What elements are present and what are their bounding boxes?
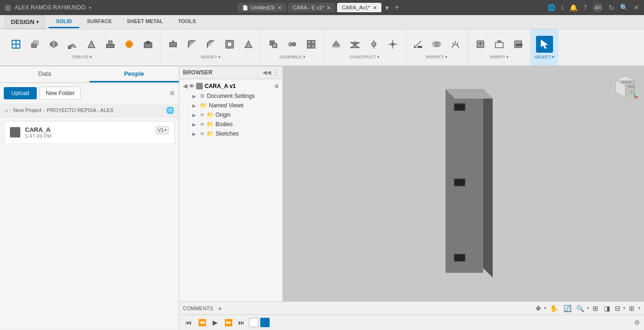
- skip-start-button[interactable]: ⏮: [183, 317, 194, 328]
- loft-button[interactable]: [83, 36, 100, 53]
- eye-bodies[interactable]: 👁: [200, 122, 205, 127]
- create-dropdown-icon[interactable]: ▾: [90, 55, 92, 59]
- inspect-dropdown-icon[interactable]: ▾: [445, 55, 447, 59]
- collapse-root-icon[interactable]: ◀: [183, 83, 187, 89]
- tab-solid[interactable]: SOLID: [49, 16, 80, 28]
- next-button[interactable]: ⏩: [223, 317, 234, 328]
- breadcrumb-project-name[interactable]: PROYECTO REPISA - ALEX: [47, 107, 114, 113]
- sweep-button[interactable]: [64, 36, 81, 53]
- hole-button[interactable]: [140, 36, 157, 53]
- online-icon[interactable]: 🌐: [547, 4, 555, 11]
- tab-people[interactable]: People: [90, 66, 179, 82]
- tree-root-item[interactable]: ◀ 👁 CARA_A v1 ⚙: [181, 81, 281, 91]
- tab-tools[interactable]: TOOLS: [171, 16, 204, 28]
- user-avatar[interactable]: AR: [593, 2, 603, 13]
- display-icon[interactable]: ◨: [604, 305, 610, 312]
- insert-decal-button[interactable]: [491, 36, 508, 53]
- interference-button[interactable]: [428, 36, 445, 53]
- user-dropdown-icon[interactable]: ▾: [89, 5, 91, 10]
- arrow-sketches[interactable]: ▶: [192, 131, 198, 137]
- canvas-area[interactable]: RIGHT AXIS X Z: [283, 66, 644, 301]
- fillet-button[interactable]: [183, 36, 200, 53]
- tab-untitled3[interactable]: 📄 Untitled(3) ✕: [238, 3, 286, 12]
- close-tab-untitled3[interactable]: ✕: [278, 5, 281, 10]
- tree-item-doc-settings[interactable]: ▶ ⚙ Document Settings: [181, 91, 281, 101]
- design-button[interactable]: DESIGN ▾: [5, 15, 45, 29]
- tree-item-bodies[interactable]: ▶ 👁 📁 Bodies: [181, 120, 281, 129]
- app-grid-icon[interactable]: ⊞: [5, 3, 11, 12]
- new-component-button[interactable]: [265, 36, 282, 53]
- globe-icon[interactable]: 🌐: [166, 106, 174, 114]
- tab-surface[interactable]: SURFACE: [79, 16, 119, 28]
- zoom-dropdown-icon[interactable]: ▾: [587, 306, 589, 310]
- new-folder-button[interactable]: New Folder: [40, 87, 81, 100]
- add-comment-icon[interactable]: +: [218, 305, 222, 312]
- arrow-named-views[interactable]: ▶: [192, 103, 198, 108]
- press-pull-button[interactable]: [165, 36, 182, 53]
- prev-button[interactable]: ⏪: [196, 317, 207, 328]
- tree-item-origin[interactable]: ▶ 👁 📁 Origin: [181, 110, 281, 120]
- draft-button[interactable]: [240, 36, 257, 53]
- list-item[interactable]: CARA_A 5:47:49 PM V1 ▾: [4, 121, 175, 144]
- rigid-group-button[interactable]: [303, 36, 320, 53]
- offset-plane-button[interactable]: [328, 36, 345, 53]
- settings-icon[interactable]: ⚙: [170, 90, 175, 97]
- insert-derive-button[interactable]: [472, 36, 489, 53]
- point-button[interactable]: [384, 36, 401, 53]
- hand-icon[interactable]: ✋: [550, 305, 558, 312]
- file-version-badge[interactable]: V1 ▾: [156, 126, 169, 134]
- arrow-origin[interactable]: ▶: [192, 113, 198, 118]
- modify-dropdown-icon[interactable]: ▾: [218, 55, 221, 59]
- browser-menu-icon[interactable]: ⋮: [273, 69, 279, 76]
- chamfer-button[interactable]: [202, 36, 219, 53]
- search-icon[interactable]: 🔍: [620, 4, 628, 11]
- create-sketch-button[interactable]: [8, 36, 25, 53]
- insert-svg-button[interactable]: SVG: [510, 36, 527, 53]
- tab-cara-e[interactable]: CARA - E v1* ✕: [288, 3, 335, 12]
- skip-end-button[interactable]: ⏭: [236, 317, 247, 328]
- select-dropdown-icon[interactable]: ▾: [552, 55, 554, 59]
- eye-sketches[interactable]: 👁: [200, 131, 205, 137]
- assemble-dropdown-icon[interactable]: ▾: [303, 55, 305, 59]
- grid-view-icon[interactable]: ⊞: [593, 305, 598, 312]
- eye-root-icon[interactable]: 👁: [189, 83, 194, 89]
- revolve-button[interactable]: [45, 36, 62, 53]
- dropdown-pan-icon[interactable]: ▾: [544, 306, 546, 310]
- close-tab-cara-a[interactable]: ✕: [373, 5, 377, 10]
- tab-data[interactable]: Data: [0, 66, 90, 82]
- shell-button[interactable]: [221, 36, 238, 53]
- refresh-icon[interactable]: ↻: [609, 4, 614, 11]
- display2-dropdown-icon[interactable]: ▾: [623, 306, 625, 310]
- collapse-bar-icon[interactable]: ⊞: [629, 305, 635, 312]
- view-cube[interactable]: RIGHT AXIS X Z: [611, 71, 639, 99]
- root-settings-icon[interactable]: ⚙: [274, 84, 279, 89]
- tree-item-sketches[interactable]: ▶ 👁 📁 Sketches: [181, 129, 281, 138]
- footer-settings-icon[interactable]: ⚙: [634, 319, 640, 326]
- zoom-icon[interactable]: 🔍: [576, 305, 584, 312]
- arrow-bodies[interactable]: ▶: [192, 122, 198, 127]
- tab-dropdown-icon[interactable]: ▾: [383, 3, 391, 12]
- collapse-browser-icon[interactable]: ◀◀: [263, 69, 271, 76]
- construct-dropdown-icon[interactable]: ▾: [377, 55, 380, 59]
- close-tab-cara-e[interactable]: ✕: [327, 5, 330, 10]
- home-breadcrumb[interactable]: ⌂: [5, 107, 8, 113]
- tab-cara-a[interactable]: CARA_Av1* ✕: [337, 3, 381, 12]
- play-button[interactable]: ▶: [209, 317, 221, 328]
- tree-item-named-views[interactable]: ▶ 📁 Named Views: [181, 101, 281, 110]
- axis-through-button[interactable]: [365, 36, 382, 53]
- extrude-button[interactable]: [26, 36, 43, 53]
- help-icon[interactable]: ?: [583, 4, 587, 11]
- select-button[interactable]: [536, 36, 553, 53]
- rib-button[interactable]: [102, 36, 119, 53]
- pan-icon[interactable]: ✥: [536, 305, 541, 312]
- upload-button[interactable]: Upload: [4, 87, 37, 99]
- collapse-bar-dropdown-icon[interactable]: ▾: [638, 306, 640, 310]
- insert-dropdown-icon[interactable]: ▾: [506, 55, 509, 59]
- add-tab-icon[interactable]: +: [393, 3, 402, 13]
- notification-icon[interactable]: 🔔: [570, 4, 578, 11]
- arrow-doc-settings[interactable]: ▶: [192, 94, 198, 99]
- orbit-icon[interactable]: 🔄: [563, 305, 571, 312]
- animation-blue-btn[interactable]: [260, 318, 270, 327]
- eye-origin[interactable]: 👁: [200, 113, 205, 118]
- frame-display-icon[interactable]: [249, 318, 258, 327]
